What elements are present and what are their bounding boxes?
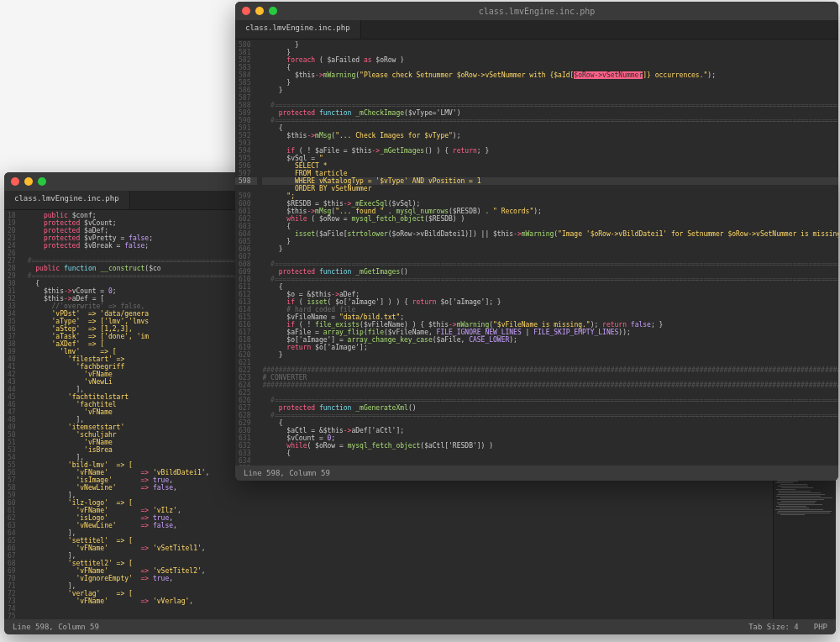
zoom-icon[interactable] [38, 177, 46, 186]
front-editor-window: class.lmvEngine.inc.php class.lmvEngine.… [235, 2, 838, 481]
close-icon[interactable] [11, 177, 19, 186]
back-tab[interactable]: class.lmvEngine.inc.php [4, 191, 130, 209]
front-tab[interactable]: class.lmvEngine.inc.php [235, 20, 361, 39]
front-editor[interactable]: 580 581 582 583 584 585 586 587 588 589 … [235, 39, 838, 466]
front-status-position: Line 598, Column 59 [244, 469, 330, 477]
front-titlebar[interactable]: class.lmvEngine.inc.php [235, 2, 838, 20]
back-language[interactable]: PHP [814, 623, 827, 631]
front-code[interactable]: } } foreach ( $aFailed as $oRow ) { $thi… [257, 39, 838, 466]
front-gutter: 580 581 582 583 584 585 586 587 588 589 … [235, 39, 257, 466]
front-statusbar: Line 598, Column 59 [235, 466, 838, 481]
minimize-icon[interactable] [24, 177, 33, 186]
back-statusbar: Line 598, Column 59 Tab Size: 4 PHP [4, 619, 836, 634]
back-tabsize[interactable]: Tab Size: 4 [748, 623, 799, 631]
back-status-position: Line 598, Column 59 [13, 623, 99, 631]
back-traffic-lights [11, 177, 46, 186]
front-window-title: class.lmvEngine.inc.php [235, 7, 838, 16]
front-tabbar: class.lmvEngine.inc.php [235, 20, 838, 39]
back-gutter: 18 19 20 23 24 26 27 28 29 30 31 32 33 3… [4, 210, 23, 620]
